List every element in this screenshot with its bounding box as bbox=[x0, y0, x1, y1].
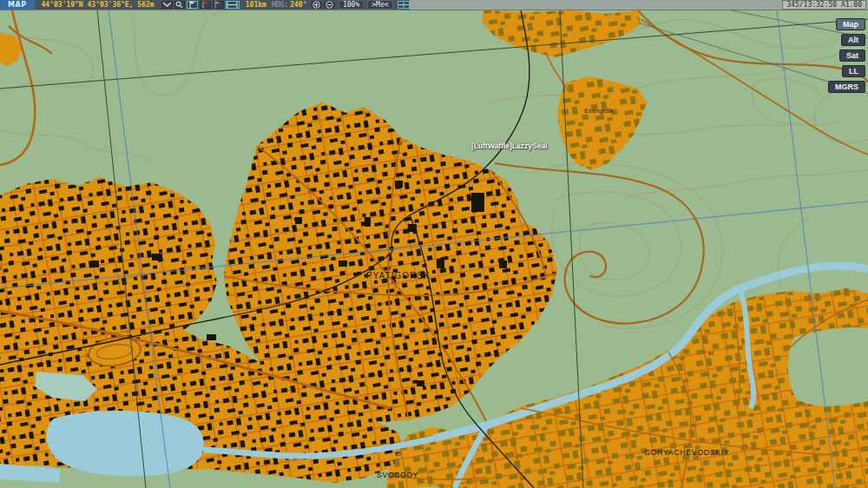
heading-label: HDG: bbox=[272, 0, 288, 10]
search-icon[interactable] bbox=[174, 1, 186, 9]
wings-icon[interactable] bbox=[161, 1, 173, 9]
flag-gray-icon[interactable] bbox=[213, 1, 224, 9]
toolbar-right-section: 345/13:32:50 A1.00 bbox=[410, 0, 868, 10]
layer-button-mgrs[interactable]: MGRS bbox=[828, 81, 865, 93]
district-label-goryachevodskiy: GORYACHEVODSKIY bbox=[644, 448, 729, 457]
flag-red-icon[interactable] bbox=[200, 1, 211, 9]
lake bbox=[47, 411, 204, 476]
layer-button-map[interactable]: Map bbox=[836, 18, 865, 30]
mission-datetime: 345/13:32:50 A1.00 bbox=[782, 0, 866, 10]
map-layer-buttons: Map Alt Sat LL MGRS bbox=[828, 18, 865, 93]
player-unit-label[interactable]: [LuftWaffle]LazzySeal bbox=[471, 142, 548, 150]
aircraft-icon[interactable] bbox=[398, 1, 410, 9]
measure-distance: 101km bbox=[246, 0, 266, 10]
layer-button-sat[interactable]: Sat bbox=[839, 49, 865, 62]
zoom-level-display[interactable]: 100% bbox=[339, 0, 364, 10]
settlement-label-energetik: Energetik bbox=[584, 107, 614, 115]
layer-button-alt[interactable]: Alt bbox=[841, 34, 865, 46]
cursor-coordinates: 44°03'19"N 43°03'36"E, 562m bbox=[42, 0, 155, 10]
zoom-out-icon[interactable] bbox=[324, 1, 335, 9]
town-label-svobody: SVOBODY bbox=[377, 471, 418, 479]
heading-value: 240° bbox=[290, 0, 306, 10]
map-mode-tab[interactable]: MAP bbox=[0, 0, 35, 10]
dcs-f10-map-screen: PYATIGORSK GORYACHEVODSKIY SVOBODY Energ… bbox=[0, 0, 868, 488]
ruler-icon[interactable] bbox=[226, 1, 240, 9]
layer-button-ll[interactable]: LL bbox=[842, 65, 865, 77]
center-me-button[interactable]: >Me< bbox=[367, 0, 392, 10]
zoom-in-icon[interactable] bbox=[311, 1, 322, 9]
map-canvas[interactable] bbox=[0, 0, 868, 488]
city-label-pyatigorsk: PYATIGORSK bbox=[366, 271, 431, 280]
flag-white-icon[interactable] bbox=[187, 1, 198, 9]
top-toolbar: MAP 44°03'19"N 43°03'36"E, 562m 101km HD… bbox=[0, 0, 868, 10]
toolbar-left-section: MAP 44°03'19"N 43°03'36"E, 562m 101km HD… bbox=[0, 0, 410, 10]
